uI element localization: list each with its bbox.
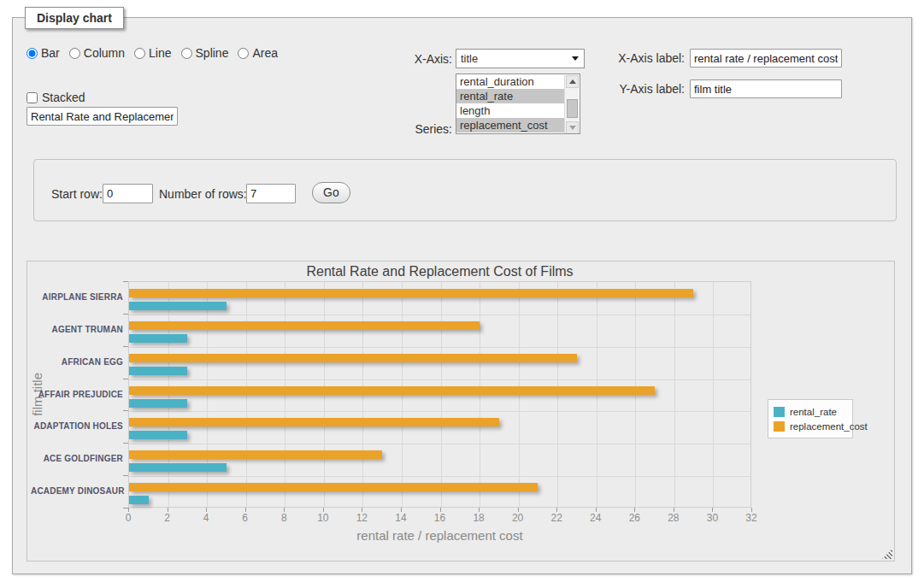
x-tick-label: 32 <box>734 512 768 524</box>
x-tick-label: 20 <box>501 512 535 524</box>
gridline-horizontal <box>129 347 750 348</box>
radio-label: Bar <box>41 46 60 60</box>
chart-title: Rental Rate and Replacement Cost of Film… <box>128 264 751 279</box>
x-tick-label: 26 <box>617 512 651 524</box>
gridline-horizontal <box>129 476 750 477</box>
x-axis-title: rental rate / replacement cost <box>128 528 751 543</box>
y-tick-label: AIRPLANE SIERRA <box>31 292 123 302</box>
radio-option-line[interactable]: Line <box>134 46 171 60</box>
bar-replacement-cost[interactable] <box>129 321 480 330</box>
go-button[interactable]: Go <box>312 182 350 203</box>
radio-option-column[interactable]: Column <box>69 46 125 60</box>
num-rows-input[interactable] <box>246 184 296 203</box>
legend-label: rental_rate <box>790 407 837 417</box>
scroll-down-button[interactable] <box>566 121 579 134</box>
gridline-horizontal <box>129 444 750 444</box>
scrollbar-thumb[interactable] <box>567 99 578 118</box>
bar-rental-rate[interactable] <box>129 431 187 439</box>
radio-line[interactable] <box>134 48 145 59</box>
y-tick-mark <box>123 475 128 476</box>
x-tick-label: 28 <box>656 512 691 524</box>
x-axis-label-input[interactable] <box>690 49 842 68</box>
plot-area <box>128 281 751 508</box>
bar-replacement-cost[interactable] <box>129 450 382 459</box>
x-tick-label: 2 <box>150 512 185 524</box>
bar-replacement-cost[interactable] <box>129 289 693 297</box>
radio-area[interactable] <box>238 48 249 59</box>
y-tick-label: AFFAIR PREJUDICE <box>31 390 123 399</box>
radio-option-spline[interactable]: Spline <box>181 46 229 60</box>
triangle-down-icon <box>569 126 576 130</box>
radio-label: Column <box>84 46 125 60</box>
x-tick-label: 0 <box>111 512 145 524</box>
legend-item: rental_rate <box>774 404 847 419</box>
resize-handle[interactable] <box>882 549 892 559</box>
bar-replacement-cost[interactable] <box>129 418 499 426</box>
bar-rental-rate[interactable] <box>129 496 149 504</box>
bar-rental-rate[interactable] <box>129 463 227 472</box>
stacked-checkbox[interactable] <box>26 92 38 103</box>
x-tick-label: 30 <box>695 512 729 524</box>
num-rows-label: Number of rows: <box>159 187 247 201</box>
legend-swatch-replacement-cost <box>774 421 785 432</box>
listbox-option-length[interactable]: length <box>456 103 565 118</box>
series-listbox[interactable]: rental_durationrental_ratelengthreplacem… <box>456 73 580 134</box>
x-tick-label: 14 <box>384 512 418 524</box>
listbox-option-rental_duration[interactable]: rental_duration <box>456 74 565 89</box>
radio-option-area[interactable]: Area <box>238 46 278 60</box>
series-listbox-options: rental_durationrental_ratelengthreplacem… <box>456 74 580 132</box>
gridline-horizontal <box>129 379 750 380</box>
x-tick-label: 24 <box>579 512 613 524</box>
bar-replacement-cost[interactable] <box>129 483 538 491</box>
y-axis-label-field-label: Y-Axis label: <box>577 82 685 96</box>
radio-label: Spline <box>196 46 229 60</box>
radio-option-bar[interactable]: Bar <box>26 46 60 60</box>
start-row-label: Start row: <box>51 187 103 201</box>
bar-replacement-cost[interactable] <box>129 354 577 362</box>
chart-title-input[interactable] <box>26 107 178 126</box>
chart-legend: rental_ratereplacement_cost <box>768 399 853 438</box>
radio-label: Line <box>149 46 171 60</box>
bar-rental-rate[interactable] <box>129 302 227 310</box>
radio-bar[interactable] <box>26 48 38 59</box>
panel-legend: Display chart <box>25 7 124 29</box>
y-tick-mark <box>123 508 128 509</box>
x-tick-label: 10 <box>306 512 340 524</box>
radio-spline[interactable] <box>181 48 192 59</box>
legend-swatch-rental-rate <box>774 407 785 417</box>
chart-container: Rental Rate and Replacement Cost of Film… <box>26 261 895 561</box>
y-tick-mark <box>123 314 128 315</box>
bar-rental-rate[interactable] <box>129 334 187 343</box>
display-chart-panel: Display chart BarColumnLineSplineArea St… <box>12 17 912 574</box>
y-tick-mark <box>123 281 128 282</box>
y-tick-mark <box>123 443 128 444</box>
y-tick-label: ACADEMY DINOSAUR <box>31 486 123 496</box>
stacked-option[interactable]: Stacked <box>26 91 85 104</box>
x-tick-label: 8 <box>267 512 301 524</box>
gridline-horizontal <box>129 315 750 315</box>
gridline-horizontal <box>129 411 750 412</box>
y-tick-label: ADAPTATION HOLES <box>31 421 123 431</box>
x-tick-label: 22 <box>539 512 574 524</box>
bar-rental-rate[interactable] <box>129 367 187 375</box>
x-tick-label: 18 <box>462 512 496 524</box>
triangle-up-icon <box>569 79 576 84</box>
y-tick-label: ACE GOLDFINGER <box>31 454 123 463</box>
x-axis-select[interactable]: title <box>456 49 585 68</box>
y-axis-label-input[interactable] <box>690 79 842 98</box>
y-tick-mark <box>123 379 128 379</box>
bar-rental-rate[interactable] <box>129 399 187 408</box>
x-axis-label: X-Axis: <box>355 52 452 66</box>
radio-column[interactable] <box>69 48 80 59</box>
listbox-option-replacement_cost[interactable]: replacement_cost <box>456 118 565 132</box>
x-axis-selected-value: title <box>461 52 572 65</box>
y-tick-label: AFRICAN EGG <box>31 357 123 367</box>
y-tick-label: AGENT TRUMAN <box>31 325 123 334</box>
bar-replacement-cost[interactable] <box>129 386 655 395</box>
series-label: Series: <box>372 122 452 136</box>
listbox-option-rental_rate[interactable]: rental_rate <box>456 89 565 103</box>
start-row-input[interactable] <box>103 184 153 203</box>
y-tick-mark <box>123 346 128 347</box>
stacked-label: Stacked <box>42 91 85 104</box>
gridline-vertical <box>674 282 675 507</box>
